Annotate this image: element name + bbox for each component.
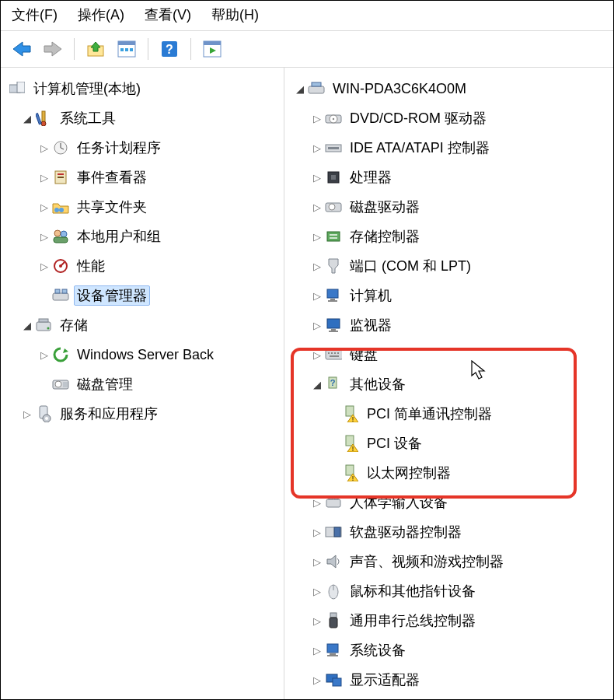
svg-rect-18 — [36, 114, 41, 124]
menu-view[interactable]: 查看(V) — [145, 5, 191, 24]
device-display[interactable]: ▷ 显示适配器 — [291, 665, 610, 695]
svg-point-25 — [54, 208, 59, 212]
tools-icon — [35, 110, 52, 127]
device-floppy-ctrl[interactable]: ▷ 软盘驱动器控制器 — [291, 517, 610, 547]
device-system[interactable]: ▷ 系统设备 — [291, 635, 610, 665]
tree-item-event-viewer[interactable]: ▷ 事件查看器 — [7, 163, 281, 192]
help-icon: ? — [160, 40, 179, 58]
help-button[interactable]: ? — [156, 37, 183, 61]
device-storage-ctrl[interactable]: ▷ 存储控制器 — [291, 222, 610, 251]
expand-arrow-icon[interactable]: ▷ — [38, 172, 51, 184]
tree-item-device-manager[interactable]: 设备管理器 — [7, 281, 281, 310]
device-manager-icon — [52, 287, 69, 304]
tree-item-task-scheduler[interactable]: ▷ 任务计划程序 — [7, 133, 281, 163]
svg-rect-67 — [328, 352, 330, 354]
device-monitor[interactable]: ▷ 监视器 — [291, 310, 610, 340]
menu-file[interactable]: 文件(F) — [12, 5, 58, 24]
expand-arrow-icon[interactable]: ▷ — [311, 290, 323, 302]
expand-arrow-icon[interactable]: ▷ — [311, 586, 323, 597]
expand-arrow-icon[interactable]: ▷ — [38, 261, 51, 272]
properties-button[interactable] — [113, 37, 140, 61]
svg-rect-29 — [54, 237, 68, 243]
tree-label: 性能 — [74, 256, 108, 276]
tree-label: PCI 设备 — [364, 433, 425, 453]
expand-arrow-icon[interactable]: ▷ — [311, 261, 323, 272]
device-ethernet[interactable]: ! 以太网控制器 — [291, 458, 610, 488]
device-sound[interactable]: ▷ 声音、视频和游戏控制器 — [291, 547, 610, 576]
tree-item-local-users[interactable]: ▷ 本地用户和组 — [7, 222, 281, 251]
device-dvd[interactable]: ▷ DVD/CD-ROM 驱动器 — [291, 103, 610, 133]
device-pci-dev[interactable]: ! PCI 设备 — [291, 429, 610, 458]
expand-arrow-icon[interactable]: ▷ — [311, 231, 323, 243]
svg-rect-12 — [204, 41, 221, 45]
svg-rect-47 — [312, 82, 321, 86]
device-mouse[interactable]: ▷ 鼠标和其他指针设备 — [291, 576, 610, 606]
svg-point-17 — [41, 121, 46, 126]
svg-rect-71 — [330, 355, 339, 357]
expand-arrow-icon[interactable]: ▷ — [311, 172, 323, 184]
tree-item-root[interactable]: 计算机管理(本地) — [7, 74, 281, 103]
expand-arrow-icon[interactable]: ▷ — [311, 645, 323, 656]
shared-folder-icon — [52, 198, 69, 215]
expand-arrow-icon[interactable]: ▷ — [311, 349, 323, 361]
svg-point-50 — [333, 118, 334, 120]
expand-arrow-icon[interactable]: ▷ — [311, 497, 323, 509]
expand-arrow-icon[interactable]: ◢ — [311, 379, 323, 390]
expand-arrow-icon[interactable]: ▷ — [311, 527, 323, 538]
keyboard-icon — [325, 346, 342, 363]
expand-arrow-icon[interactable]: ▷ — [311, 320, 323, 331]
back-button[interactable] — [9, 37, 35, 61]
up-folder-button[interactable] — [82, 37, 109, 61]
expand-arrow-icon[interactable]: ▷ — [21, 408, 33, 420]
expand-arrow-icon[interactable]: ▷ — [38, 349, 51, 361]
expand-arrow-icon[interactable]: ▷ — [311, 674, 323, 686]
tree-label: 显示适配器 — [347, 670, 423, 690]
device-disk-drives[interactable]: ▷ 磁盘驱动器 — [291, 192, 610, 222]
tree-item-wsb[interactable]: ▷ Windows Server Back — [7, 340, 281, 369]
expand-arrow-icon[interactable]: ▷ — [311, 142, 323, 154]
svg-point-32 — [59, 264, 62, 268]
svg-marker-39 — [63, 348, 68, 353]
tree-label: 磁盘管理 — [74, 374, 136, 394]
tree-item-services[interactable]: ▷ 服务和应用程序 — [7, 399, 281, 429]
tree-item-system-tools[interactable]: ◢ 系统工具 — [7, 103, 281, 133]
expand-arrow-icon[interactable]: ▷ — [311, 556, 323, 568]
expand-arrow-icon[interactable]: ▷ — [38, 201, 51, 213]
expand-arrow-icon[interactable]: ▷ — [38, 231, 51, 243]
device-pci-comm[interactable]: ! PCI 简单通讯控制器 — [291, 399, 610, 429]
tree-label: 存储控制器 — [347, 226, 423, 247]
device-computer[interactable]: ▷ 计算机 — [291, 281, 610, 310]
device-hid[interactable]: ▷ 人体学输入设备 — [291, 488, 610, 517]
expand-arrow-icon[interactable]: ◢ — [294, 83, 306, 95]
device-ports[interactable]: ▷ 端口 (COM 和 LPT) — [291, 251, 610, 281]
floppy-controller-icon — [325, 523, 342, 541]
left-tree: 计算机管理(本地) ◢ 系统工具 ▷ 任务计划程序 ▷ 事件查看器 ▷ 共享文件… — [1, 68, 284, 699]
unknown-warning-icon: ! — [342, 464, 359, 481]
svg-rect-58 — [330, 234, 337, 236]
tree-label: WIN-PDA3C6K4O0M — [330, 80, 469, 98]
device-usb[interactable]: ▷ 通用串行总线控制器 — [291, 606, 610, 635]
menu-help[interactable]: 帮助(H) — [211, 5, 259, 24]
tree-item-performance[interactable]: ▷ 性能 — [7, 251, 281, 281]
device-other[interactable]: ◢ ? 其他设备 — [291, 369, 610, 399]
svg-rect-60 — [327, 289, 338, 298]
event-viewer-icon — [52, 169, 69, 186]
expand-arrow-icon[interactable]: ▷ — [311, 615, 323, 627]
expand-arrow-icon[interactable]: ▷ — [38, 142, 51, 154]
refresh-button[interactable] — [199, 37, 225, 61]
device-keyboard[interactable]: ▷ 键盘 — [291, 340, 610, 369]
tree-item-shared-folders[interactable]: ▷ 共享文件夹 — [7, 192, 281, 222]
expand-arrow-icon[interactable]: ▷ — [311, 201, 323, 213]
forward-button[interactable] — [40, 37, 66, 61]
expand-arrow-icon[interactable]: ◢ — [21, 320, 33, 331]
tree-item-disk-mgmt[interactable]: 磁盘管理 — [7, 369, 281, 399]
device-root[interactable]: ◢ WIN-PDA3C6K4O0M — [291, 74, 610, 103]
svg-rect-62 — [328, 300, 337, 302]
tree-label: 软盘驱动器控制器 — [347, 522, 465, 542]
menu-action[interactable]: 操作(A) — [78, 5, 124, 24]
expand-arrow-icon[interactable]: ◢ — [21, 113, 33, 124]
tree-item-storage[interactable]: ◢ 存储 — [7, 310, 281, 340]
device-cpu[interactable]: ▷ 处理器 — [291, 163, 610, 192]
expand-arrow-icon[interactable]: ▷ — [311, 113, 323, 124]
device-ide[interactable]: ▷ IDE ATA/ATAPI 控制器 — [291, 133, 610, 163]
